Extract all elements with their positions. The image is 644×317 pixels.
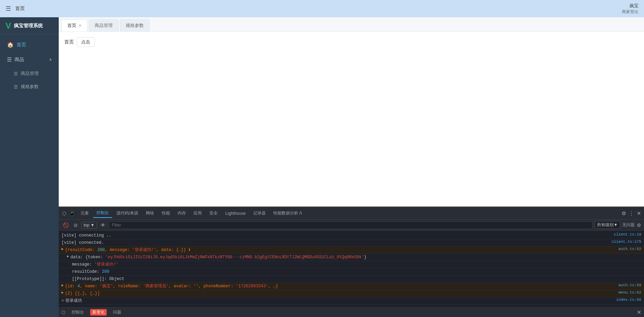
console-source-user-obj[interactable]: auth.ts:59 [618, 283, 641, 287]
console-text-vite-connecting: [vite] connecting .. [61, 232, 611, 239]
console-source-vite-connected[interactable]: client.ts:175 [612, 240, 641, 244]
devtools-tab-recorder[interactable]: 记录器 [250, 209, 269, 218]
devtools-more-icon[interactable]: ⋮ [629, 210, 634, 217]
tab-spec-params-label: 规格参数 [126, 22, 144, 29]
tab-goods-mgmt[interactable]: 商品管理 [89, 19, 119, 31]
console-text-data-token: data: {token: 'eyJhbGciOiJIUzI1NiJ9.eyJq… [70, 254, 641, 260]
click-button[interactable]: 点击 [77, 37, 95, 47]
header-home-link[interactable]: 首页 [15, 6, 25, 12]
sidebar-item-home[interactable]: 🏠 首页 [0, 37, 59, 52]
sidebar-item-goods[interactable]: ☰ 商品 ∧ [0, 52, 59, 67]
tab-home[interactable]: 首页 ✕ [61, 19, 87, 31]
console-text-array-obj: (2) [{…}, {…}] [65, 290, 616, 297]
devtools-tab-perfdata[interactable]: 性能数据分析 ᐱ [270, 209, 305, 218]
console-line-resultcode-val: resultCode: 200 [59, 268, 644, 276]
sidebar-item-spec-params[interactable]: ☰ 规格参数 [0, 80, 59, 93]
devtools-tab-list: 元素 控制台 源代码/来源 网络 性能 内存 应用 安全 Lighthouse … [77, 209, 305, 218]
devtools-tab-source[interactable]: 源代码/来源 [113, 209, 142, 218]
menu-toggle-icon[interactable]: ☰ [6, 5, 11, 12]
console-text-user-obj: {id: 4, name: '疯宝', roleName: '商家管理员', a… [65, 283, 616, 289]
top-header: ☰ 首页 疯宝 商家登出 [0, 0, 644, 17]
console-output: [vite] connecting .. client.ts:19 [vite]… [59, 231, 644, 307]
header-right: 疯宝 商家登出 [622, 0, 638, 17]
bottom-tab-new[interactable]: 新变化 [90, 309, 107, 316]
tab-home-label: 首页 [67, 22, 76, 29]
console-source-login-success[interactable]: index.ts:56 [616, 298, 641, 302]
sidebar-item-home-label: 首页 [17, 42, 26, 48]
tabs-bar: 首页 ✕ 商品管理 规格参数 [59, 17, 644, 32]
home-icon: 🏠 [7, 41, 14, 48]
console-line-vite-connected: [vite] connected. client.ts:175 [59, 239, 644, 247]
filter-icon[interactable]: ⊘ [72, 222, 79, 229]
sidebar-nav: 🏠 首页 ☰ 商品 ∧ ☰ 商品管理 ☰ 规格参数 [0, 35, 59, 317]
content-area: 首页 ✕ 商品管理 规格参数 首页 点击 [59, 17, 644, 206]
console-filter-input[interactable] [109, 221, 593, 229]
user-obj-expand[interactable]: ▶ [61, 283, 64, 287]
devtools-tab-elements[interactable]: 元素 [77, 209, 92, 218]
spec-params-icon: ☰ [14, 84, 18, 89]
top-context-dropdown[interactable]: top ▼ [81, 222, 97, 229]
devtools-toolbar: 🚫 ⊘ top ▼ 👁 所有级别▼ 无问题 ⚙ [59, 220, 644, 231]
main-layout: V 疯宝管理系统 🏠 首页 ☰ 商品 ∧ ☰ 商品管理 ☰ 规格参数 [0, 17, 644, 317]
no-issues-label: 无问题 [622, 222, 635, 228]
devtools-tab-lighthouse[interactable]: Lighthouse [222, 210, 249, 217]
goods-icon: ☰ [7, 56, 12, 63]
breadcrumb-area: 首页 点击 [64, 37, 638, 47]
console-line-message-val: message: '登录成功!' [59, 261, 644, 268]
bottom-tab-issues[interactable]: 问题 [111, 309, 123, 316]
devtools-tab-security[interactable]: 安全 [206, 209, 221, 218]
sidebar-item-goods-mgmt[interactable]: ☰ 商品管理 [0, 67, 59, 80]
devtools-tab-app[interactable]: 应用 [190, 209, 205, 218]
console-line-prototype-val: [[Prototype]]: Object [59, 276, 644, 283]
devtools-tab-console[interactable]: 控制台 [93, 209, 112, 218]
console-text-resultcode-val: resultCode: 200 [67, 269, 641, 275]
console-text-login-success: ⊙⊙ 登录成功登录成功 [61, 298, 613, 304]
devtools-tab-network[interactable]: 网络 [142, 209, 158, 218]
log-level-dropdown[interactable]: 所有级别▼ [595, 221, 620, 229]
tab-goods-mgmt-label: 商品管理 [95, 22, 113, 29]
devtools-top-bar: ⬡ 📱 元素 控制台 源代码/来源 网络 性能 内存 应用 安全 Lightho… [59, 207, 644, 220]
sidebar: V 疯宝管理系统 🏠 首页 ☰ 商品 ∧ ☰ 商品管理 ☰ 规格参数 [0, 17, 59, 317]
tab-home-close[interactable]: ✕ [78, 23, 82, 28]
devtools-close-icon[interactable]: ✕ [637, 210, 641, 217]
devtools-panel: ⬡ 📱 元素 控制台 源代码/来源 网络 性能 内存 应用 安全 Lightho… [59, 206, 644, 317]
devtools-settings-icons: ⚙ ⋮ ✕ [622, 210, 641, 217]
console-line-user-obj: ▶ {id: 4, name: '疯宝', roleName: '商家管理员',… [59, 283, 644, 290]
console-source-result-obj[interactable]: auth.ts:52 [618, 247, 641, 251]
devtools-device-icon[interactable]: 📱 [68, 210, 76, 217]
console-line-result-obj: ▶ {resultCode: 200, message: '登录成功!', da… [59, 247, 644, 254]
goods-expand-arrow: ∧ [49, 57, 52, 62]
array-obj-expand[interactable]: ▶ [61, 290, 64, 295]
logo-v-icon: V [6, 21, 11, 31]
logo-text: 疯宝管理系统 [14, 23, 43, 29]
console-settings-icon[interactable]: ⚙ [637, 222, 641, 228]
breadcrumb: 首页 [64, 39, 74, 45]
console-text-vite-connected: [vite] connected. [61, 240, 609, 246]
header-logout[interactable]: 商家登出 [622, 9, 638, 15]
console-text-result-obj: {resultCode: 200, message: '登录成功!', data… [65, 247, 616, 253]
sidebar-item-goods-label: 商品 [15, 57, 24, 63]
data-token-expand[interactable]: ▶ [67, 254, 69, 258]
console-source-array-obj[interactable]: menu.ts:62 [618, 290, 641, 295]
sidebar-logo: V 疯宝管理系统 [0, 17, 59, 35]
result-obj-expand[interactable]: ▶ [61, 247, 64, 251]
bottom-tab-console[interactable]: 控制台 [69, 309, 86, 316]
clear-console-icon[interactable]: 🚫 [61, 222, 70, 229]
eye-icon[interactable]: 👁 [99, 222, 107, 229]
console-line-vite-connecting: [vite] connecting .. client.ts:19 [59, 232, 644, 239]
header-username: 疯宝 [629, 3, 638, 9]
top-context-label: top [84, 223, 89, 228]
console-line-data-token: ▶ data: {token: 'eyJhbGciOiJIUzI1NiJ9.ey… [59, 254, 644, 261]
devtools-tab-perf[interactable]: 性能 [158, 209, 173, 218]
devtools-bottom-bar: ⬡ 控制台 新变化 问题 ✕ [59, 307, 644, 317]
devtools-tab-memory[interactable]: 内存 [174, 209, 189, 218]
devtools-bottom-close-icon[interactable]: ✕ [637, 309, 641, 316]
devtools-inspect-icon[interactable]: ⬡ [61, 210, 67, 217]
tab-spec-params[interactable]: 规格参数 [120, 19, 150, 31]
devtools-bottom-inspect-icon[interactable]: ⬡ [61, 310, 65, 315]
devtools-settings-icon[interactable]: ⚙ [622, 210, 626, 217]
console-text-message-val: message: '登录成功!' [67, 261, 641, 268]
top-dropdown-arrow: ▼ [91, 223, 95, 228]
goods-mgmt-icon: ☰ [14, 71, 18, 76]
console-source-vite-connecting[interactable]: client.ts:19 [614, 232, 641, 237]
